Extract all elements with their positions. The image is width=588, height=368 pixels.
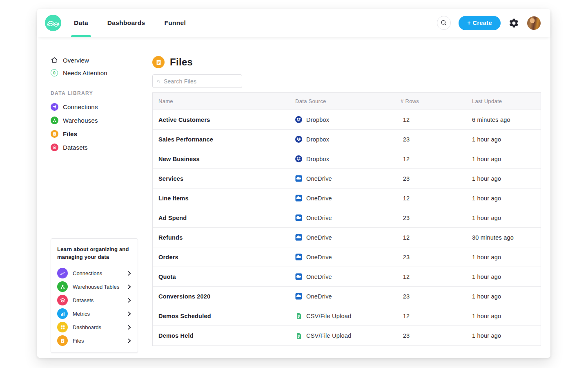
file-name: Demos Scheduled — [153, 313, 295, 319]
file-icon — [155, 59, 162, 66]
data-source-label: Dropbox — [306, 156, 329, 162]
row-count: 23 — [401, 136, 472, 143]
learn-item-label: Warehoused Tables — [73, 284, 119, 290]
learn-item-metrics[interactable]: Metrics — [57, 307, 132, 321]
sidebar-item-label: Overview — [63, 57, 89, 64]
onedrive-icon — [295, 234, 302, 241]
library-item-label: Files — [63, 130, 77, 137]
data-source-cell: CSV/File Upload — [295, 332, 401, 339]
learn-item-files[interactable]: Files — [57, 334, 132, 348]
sidebar-item-connections[interactable]: Connections — [51, 103, 152, 111]
logo-waves-icon — [45, 15, 61, 31]
app-window: DataDashboardsFunnel + Create Overview 0… — [37, 9, 550, 358]
table-row[interactable]: Demos Held CSV/File Upload 23 1 hour ago — [153, 326, 541, 346]
onedrive-icon — [295, 254, 302, 260]
file-name: New Business — [153, 156, 295, 162]
app-logo[interactable] — [45, 15, 61, 31]
table-row[interactable]: New Business Dropbox 12 1 hour ago — [153, 149, 541, 169]
files-search-box — [152, 74, 242, 88]
nav-tab-data[interactable]: Data — [74, 9, 88, 37]
table-row[interactable]: Orders OneDrive 23 1 hour ago — [153, 247, 541, 267]
data-source-cell: Dropbox — [295, 155, 401, 162]
row-count: 12 — [401, 313, 472, 319]
bars-icon — [57, 308, 68, 319]
search-icon — [157, 78, 160, 85]
learn-card-title: Learn about organizing and managing your… — [57, 246, 132, 261]
table-row[interactable]: Ad Spend OneDrive 23 1 hour ago — [153, 208, 541, 228]
nav-tab-dashboards[interactable]: Dashboards — [107, 9, 145, 37]
layers-icon — [51, 144, 58, 151]
last-update: 1 hour ago — [472, 274, 541, 280]
column-header-name: Name — [153, 98, 295, 104]
learn-item-connections[interactable]: Connections — [57, 267, 132, 280]
onedrive-icon — [295, 293, 302, 300]
page-header: Files — [152, 56, 541, 68]
last-update: 1 hour ago — [472, 215, 541, 221]
grid-icon — [57, 322, 68, 332]
library-item-label: Datasets — [63, 144, 88, 151]
data-source-label: CSV/File Upload — [306, 332, 351, 339]
chevron-right-icon — [127, 271, 132, 276]
table-row[interactable]: Demos Scheduled CSV/File Upload 12 1 hou… — [153, 306, 541, 326]
data-library-section-title: DATA LIBRARY — [51, 90, 152, 96]
data-source-label: Dropbox — [306, 117, 329, 123]
sidebar-item-warehouses[interactable]: Warehouses — [51, 116, 152, 124]
table-row[interactable]: Refunds OneDrive 12 30 minutes ago — [153, 228, 541, 247]
user-avatar[interactable] — [527, 16, 541, 30]
file-name: Active Customers — [153, 117, 295, 123]
learn-item-label: Connections — [73, 270, 102, 276]
warehouse-icon — [51, 117, 58, 124]
learn-item-label: Files — [73, 338, 84, 344]
last-update: 1 hour ago — [472, 136, 541, 143]
last-update: 6 minutes ago — [472, 117, 541, 123]
sidebar-item-needs-attention[interactable]: 0 Needs Attention — [51, 69, 152, 77]
table-row[interactable]: Sales Performance Dropbox 23 1 hour ago — [153, 130, 541, 149]
row-count: 12 — [401, 274, 472, 280]
sidebar-item-datasets[interactable]: Datasets — [51, 143, 152, 151]
learn-item-datasets[interactable]: Datasets — [57, 294, 132, 307]
file-name: Ad Spend — [153, 215, 295, 221]
chevron-right-icon — [127, 325, 132, 330]
file-name: Sales Performance — [153, 136, 295, 143]
file-name: Orders — [153, 254, 295, 260]
csv-icon — [295, 312, 302, 319]
dropbox-icon — [295, 155, 302, 162]
file-icon — [51, 130, 58, 138]
row-count: 23 — [401, 293, 472, 300]
nav-tab-label: Data — [74, 19, 88, 27]
file-icon — [57, 335, 68, 346]
sidebar-item-files[interactable]: Files — [51, 130, 152, 138]
data-source-cell: Dropbox — [295, 116, 401, 123]
csv-icon — [295, 332, 302, 339]
settings-button[interactable] — [508, 18, 519, 29]
nav-tab-label: Funnel — [164, 19, 186, 27]
data-source-cell: OneDrive — [295, 293, 401, 300]
last-update: 1 hour ago — [472, 254, 541, 260]
nav-tab-funnel[interactable]: Funnel — [164, 9, 186, 37]
sidebar-item-overview[interactable]: Overview — [51, 56, 152, 64]
main-panel: Files Name Data Source # Rows Last Updat… — [152, 37, 550, 358]
row-count: 12 — [401, 117, 472, 123]
table-row[interactable]: Conversions 2020 OneDrive 23 1 hour ago — [153, 287, 541, 306]
data-source-cell: CSV/File Upload — [295, 312, 401, 319]
learn-item-dashboards[interactable]: Dashboards — [57, 321, 132, 334]
files-table: Name Data Source # Rows Last Update Acti… — [152, 92, 541, 346]
row-count: 23 — [401, 215, 472, 221]
table-row[interactable]: Line Items OneDrive 12 1 hour ago — [153, 188, 541, 208]
global-search-button[interactable] — [437, 16, 451, 30]
table-row[interactable]: Active Customers Dropbox 12 6 minutes ag… — [153, 110, 541, 130]
sidebar: Overview 0 Needs Attention DATA LIBRARY … — [37, 37, 152, 358]
chevron-right-icon — [127, 338, 132, 343]
create-button[interactable]: + Create — [459, 16, 501, 30]
file-name: Line Items — [153, 195, 295, 202]
data-source-cell: OneDrive — [295, 214, 401, 221]
data-source-label: Dropbox — [306, 136, 329, 143]
connections-icon — [51, 103, 58, 111]
files-search-input[interactable] — [164, 78, 238, 85]
table-row[interactable]: Services OneDrive 23 1 hour ago — [153, 169, 541, 188]
learn-item-warehoused-tables[interactable]: Warehoused Tables — [57, 280, 132, 294]
table-row[interactable]: Quota OneDrive 12 1 hour ago — [153, 267, 541, 287]
row-count: 12 — [401, 234, 472, 241]
library-item-label: Warehouses — [63, 117, 98, 124]
last-update: 1 hour ago — [472, 293, 541, 300]
